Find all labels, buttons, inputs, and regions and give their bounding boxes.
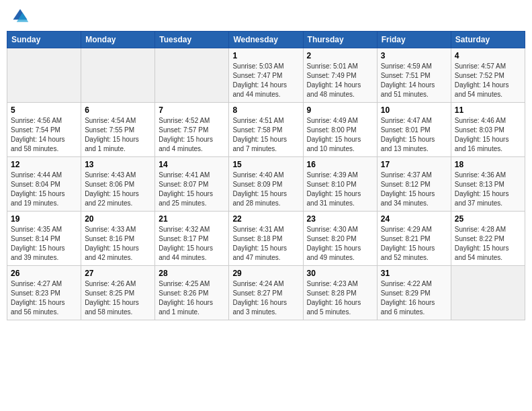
day-number: 16 <box>307 160 373 169</box>
day-info: Sunrise: 4:33 AM Sunset: 8:16 PM Dayligh… <box>85 225 151 263</box>
logo <box>9 7 30 26</box>
calendar-week-row: 26Sunrise: 4:27 AM Sunset: 8:23 PM Dayli… <box>7 266 525 320</box>
day-info: Sunrise: 4:28 AM Sunset: 8:22 PM Dayligh… <box>455 225 521 263</box>
day-number: 6 <box>85 105 151 115</box>
calendar-cell: 14Sunrise: 4:41 AM Sunset: 8:07 PM Dayli… <box>155 157 229 212</box>
day-info: Sunrise: 4:29 AM Sunset: 8:21 PM Dayligh… <box>381 225 447 263</box>
day-number: 1 <box>232 51 299 60</box>
day-info: Sunrise: 4:47 AM Sunset: 8:01 PM Dayligh… <box>381 116 447 154</box>
calendar-cell: 24Sunrise: 4:29 AM Sunset: 8:21 PM Dayli… <box>377 212 451 266</box>
calendar-cell <box>7 48 81 103</box>
day-number: 7 <box>159 105 225 115</box>
day-info: Sunrise: 4:32 AM Sunset: 8:17 PM Dayligh… <box>159 225 225 263</box>
day-of-week-header: Friday <box>377 32 451 48</box>
day-number: 13 <box>85 160 151 169</box>
day-number: 10 <box>381 105 447 115</box>
day-number: 3 <box>381 51 447 60</box>
logo-icon <box>11 7 30 26</box>
day-info: Sunrise: 4:44 AM Sunset: 8:04 PM Dayligh… <box>11 171 77 208</box>
calendar-cell: 5Sunrise: 4:56 AM Sunset: 7:54 PM Daylig… <box>7 103 81 157</box>
day-number: 15 <box>232 160 299 169</box>
calendar-cell: 6Sunrise: 4:54 AM Sunset: 7:55 PM Daylig… <box>81 103 155 157</box>
day-info: Sunrise: 4:31 AM Sunset: 8:18 PM Dayligh… <box>232 225 299 263</box>
day-info: Sunrise: 4:30 AM Sunset: 8:20 PM Dayligh… <box>307 225 373 263</box>
day-number: 9 <box>307 105 373 115</box>
calendar-week-row: 5Sunrise: 4:56 AM Sunset: 7:54 PM Daylig… <box>7 103 525 157</box>
page-header <box>7 7 525 26</box>
calendar-cell: 10Sunrise: 4:47 AM Sunset: 8:01 PM Dayli… <box>377 103 451 157</box>
calendar-table: SundayMondayTuesdayWednesdayThursdayFrid… <box>7 31 525 320</box>
calendar-cell: 29Sunrise: 4:24 AM Sunset: 8:27 PM Dayli… <box>229 266 303 320</box>
day-number: 5 <box>11 105 77 115</box>
day-number: 17 <box>381 160 447 169</box>
day-number: 18 <box>455 160 521 169</box>
day-number: 26 <box>11 269 77 278</box>
day-number: 30 <box>307 269 373 278</box>
day-info: Sunrise: 4:25 AM Sunset: 8:26 PM Dayligh… <box>159 279 225 317</box>
calendar-cell: 26Sunrise: 4:27 AM Sunset: 8:23 PM Dayli… <box>7 266 81 320</box>
day-info: Sunrise: 5:01 AM Sunset: 7:49 PM Dayligh… <box>307 62 373 99</box>
calendar-cell: 3Sunrise: 4:59 AM Sunset: 7:51 PM Daylig… <box>377 48 451 103</box>
calendar-cell: 8Sunrise: 4:51 AM Sunset: 7:58 PM Daylig… <box>229 103 303 157</box>
calendar-header-row: SundayMondayTuesdayWednesdayThursdayFrid… <box>7 32 525 48</box>
calendar-cell: 30Sunrise: 4:23 AM Sunset: 8:28 PM Dayli… <box>303 266 377 320</box>
day-number: 21 <box>159 214 225 224</box>
day-info: Sunrise: 4:59 AM Sunset: 7:51 PM Dayligh… <box>381 62 447 99</box>
day-of-week-header: Saturday <box>451 32 525 48</box>
day-of-week-header: Monday <box>81 32 155 48</box>
day-info: Sunrise: 4:26 AM Sunset: 8:25 PM Dayligh… <box>85 279 151 317</box>
calendar-cell: 13Sunrise: 4:43 AM Sunset: 8:06 PM Dayli… <box>81 157 155 212</box>
day-number: 22 <box>232 214 299 224</box>
calendar-cell: 4Sunrise: 4:57 AM Sunset: 7:52 PM Daylig… <box>451 48 525 103</box>
day-number: 27 <box>85 269 151 278</box>
day-info: Sunrise: 4:41 AM Sunset: 8:07 PM Dayligh… <box>159 171 225 208</box>
day-info: Sunrise: 4:36 AM Sunset: 8:13 PM Dayligh… <box>455 171 521 208</box>
day-number: 8 <box>232 105 299 115</box>
calendar-cell: 25Sunrise: 4:28 AM Sunset: 8:22 PM Dayli… <box>451 212 525 266</box>
calendar-week-row: 1Sunrise: 5:03 AM Sunset: 7:47 PM Daylig… <box>7 48 525 103</box>
calendar-cell: 20Sunrise: 4:33 AM Sunset: 8:16 PM Dayli… <box>81 212 155 266</box>
day-number: 31 <box>381 269 447 278</box>
day-number: 24 <box>381 214 447 224</box>
day-info: Sunrise: 4:24 AM Sunset: 8:27 PM Dayligh… <box>232 279 299 317</box>
day-info: Sunrise: 4:27 AM Sunset: 8:23 PM Dayligh… <box>11 279 77 317</box>
day-number: 14 <box>159 160 225 169</box>
calendar-cell: 21Sunrise: 4:32 AM Sunset: 8:17 PM Dayli… <box>155 212 229 266</box>
calendar-cell <box>81 48 155 103</box>
day-info: Sunrise: 5:03 AM Sunset: 7:47 PM Dayligh… <box>232 62 299 99</box>
calendar-cell: 18Sunrise: 4:36 AM Sunset: 8:13 PM Dayli… <box>451 157 525 212</box>
day-number: 2 <box>307 51 373 60</box>
calendar-week-row: 19Sunrise: 4:35 AM Sunset: 8:14 PM Dayli… <box>7 212 525 266</box>
calendar-cell: 27Sunrise: 4:26 AM Sunset: 8:25 PM Dayli… <box>81 266 155 320</box>
calendar-cell <box>155 48 229 103</box>
day-info: Sunrise: 4:43 AM Sunset: 8:06 PM Dayligh… <box>85 171 151 208</box>
calendar-cell: 28Sunrise: 4:25 AM Sunset: 8:26 PM Dayli… <box>155 266 229 320</box>
day-info: Sunrise: 4:37 AM Sunset: 8:12 PM Dayligh… <box>381 171 447 208</box>
calendar-cell: 22Sunrise: 4:31 AM Sunset: 8:18 PM Dayli… <box>229 212 303 266</box>
day-number: 12 <box>11 160 77 169</box>
day-info: Sunrise: 4:51 AM Sunset: 7:58 PM Dayligh… <box>232 116 299 154</box>
calendar-cell: 17Sunrise: 4:37 AM Sunset: 8:12 PM Dayli… <box>377 157 451 212</box>
day-info: Sunrise: 4:52 AM Sunset: 7:57 PM Dayligh… <box>159 116 225 154</box>
calendar-cell: 16Sunrise: 4:39 AM Sunset: 8:10 PM Dayli… <box>303 157 377 212</box>
calendar-cell: 2Sunrise: 5:01 AM Sunset: 7:49 PM Daylig… <box>303 48 377 103</box>
day-info: Sunrise: 4:22 AM Sunset: 8:29 PM Dayligh… <box>381 279 447 317</box>
day-info: Sunrise: 4:49 AM Sunset: 8:00 PM Dayligh… <box>307 116 373 154</box>
day-info: Sunrise: 4:57 AM Sunset: 7:52 PM Dayligh… <box>455 62 521 99</box>
day-number: 19 <box>11 214 77 224</box>
day-info: Sunrise: 4:39 AM Sunset: 8:10 PM Dayligh… <box>307 171 373 208</box>
day-of-week-header: Tuesday <box>155 32 229 48</box>
day-info: Sunrise: 4:46 AM Sunset: 8:03 PM Dayligh… <box>455 116 521 154</box>
day-of-week-header: Thursday <box>303 32 377 48</box>
day-number: 4 <box>455 51 521 60</box>
calendar-cell: 7Sunrise: 4:52 AM Sunset: 7:57 PM Daylig… <box>155 103 229 157</box>
day-info: Sunrise: 4:54 AM Sunset: 7:55 PM Dayligh… <box>85 116 151 154</box>
calendar-cell: 23Sunrise: 4:30 AM Sunset: 8:20 PM Dayli… <box>303 212 377 266</box>
day-info: Sunrise: 4:23 AM Sunset: 8:28 PM Dayligh… <box>307 279 373 317</box>
calendar-cell: 9Sunrise: 4:49 AM Sunset: 8:00 PM Daylig… <box>303 103 377 157</box>
day-info: Sunrise: 4:35 AM Sunset: 8:14 PM Dayligh… <box>11 225 77 263</box>
day-number: 20 <box>85 214 151 224</box>
day-number: 25 <box>455 214 521 224</box>
calendar-cell: 12Sunrise: 4:44 AM Sunset: 8:04 PM Dayli… <box>7 157 81 212</box>
calendar-cell: 11Sunrise: 4:46 AM Sunset: 8:03 PM Dayli… <box>451 103 525 157</box>
